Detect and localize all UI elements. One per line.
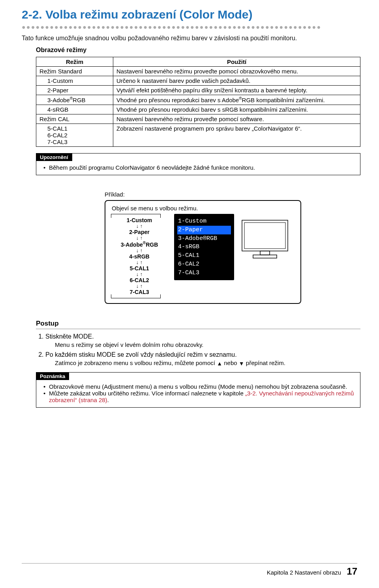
warning-item: Během použití programu ColorNavigator 6 … <box>49 164 355 171</box>
desc-cell: Vhodné pro přesnou reprodukci barev s Ad… <box>113 95 360 105</box>
footer-page-number: 17 <box>347 566 357 577</box>
mode-cell: 4-sRGB <box>36 105 113 114</box>
flow-bracket-bottom <box>111 294 161 298</box>
desc-cell: Vytváří efekt potištěného papíru díky sn… <box>113 86 360 95</box>
flow-item: 1-Custom <box>112 217 167 223</box>
flow-arrows-icon: ↓ ↑ <box>112 260 167 265</box>
note-text: Můžete zakázat volbu určitého režimu. Ví… <box>49 390 245 397</box>
osd-item: 1-Custom <box>178 217 230 226</box>
note-label: Poznámka <box>36 373 69 380</box>
postup-list: Stiskněte MODE. Menu s režimy se objeví … <box>45 333 357 367</box>
desc-cell: Vhodné pro přesnou reprodukci barev s sR… <box>113 105 360 114</box>
flow-arrows-icon: ↓ ↑ <box>112 248 167 253</box>
postup-step-2-sub: Zatímco je zobrazeno menu s volbou režim… <box>55 360 357 367</box>
th-mode: Režim <box>36 57 113 67</box>
mode-table: Režim Použití Režim StandardNastavení ba… <box>36 57 360 147</box>
table-head-row: Režim Použití <box>36 57 360 67</box>
section-number: 2-2. <box>22 8 42 21</box>
down-arrow-icon: ▼ <box>239 360 244 367</box>
table-row: 3-Adobe®RGBVhodné pro přesnou reprodukci… <box>36 95 360 105</box>
example-label: Příklad: <box>105 191 357 198</box>
note-text: . <box>107 397 109 403</box>
desc-cell: Zobrazení nastavené programem pro správu… <box>113 124 360 147</box>
postup-step-2-sub-a: Zatímco je zobrazeno menu s volbou režim… <box>55 360 217 366</box>
example-box: Objeví se menu s volbou režimu. 1-Custom… <box>105 200 301 304</box>
svg-rect-3 <box>253 255 277 258</box>
monitor-icon <box>241 219 289 260</box>
postup-step-2-text: Po každém stisku MODE se zvolí vždy násl… <box>45 351 237 358</box>
osd-menu: 1-Custom2-Paper3-Adobe®RGB4-sRGB5-CAL16-… <box>174 214 234 280</box>
osd-item: 2-Paper <box>177 226 231 234</box>
monitor-illustration <box>241 214 289 262</box>
mode-flow-column: 1-Custom↓ ↑2-Paper↓ ↑3-Adobe®RGB↓ ↑4-sRG… <box>112 214 167 298</box>
osd-item: 7-CAL3 <box>178 269 230 277</box>
note-item: Můžete zakázat volbu určitého režimu. Ví… <box>49 390 355 403</box>
table-row: 5-CAL16-CAL27-CAL3Zobrazení nastavené pr… <box>36 124 360 147</box>
table-row: Režim CALNastavení barevného režimu prov… <box>36 114 360 124</box>
page-footer: Kapitola 2 Nastavení obrazu 17 <box>267 566 357 577</box>
osd-item: 5-CAL1 <box>178 251 230 260</box>
th-use: Použití <box>113 57 360 67</box>
postup-step-1: Stiskněte MODE. Menu s režimy se objeví … <box>45 333 357 348</box>
flow-arrows-icon: ↓ ↑ <box>112 223 167 229</box>
warning-list: Během použití programu ColorNavigator 6 … <box>42 164 355 171</box>
postup-step-2-sub-b: nebo <box>222 360 239 366</box>
example-caption: Objeví se menu s volbou režimu. <box>112 205 294 212</box>
table-row: 4-sRGBVhodné pro přesnou reprodukci bare… <box>36 105 360 114</box>
warning-label: Upozornění <box>36 154 72 161</box>
table-row: 2-PaperVytváří efekt potištěného papíru … <box>36 86 360 95</box>
desc-cell: Nastavení barevného režimu proveďte pomo… <box>113 67 360 76</box>
flow-arrows-icon: ↓ ↑ <box>112 283 167 289</box>
mode-cell: 1-Custom <box>36 76 113 86</box>
section-intro: Tato funkce umožňuje snadnou volbu požad… <box>22 35 357 42</box>
warning-block: Upozornění Během použití programu ColorN… <box>36 153 360 175</box>
footer-chapter: Kapitola 2 Nastavení obrazu <box>267 569 341 576</box>
osd-item: 4-sRGB <box>178 243 230 251</box>
flow-item: 5-CAL1 <box>112 265 167 272</box>
svg-rect-0 <box>242 220 288 251</box>
footer-rule <box>22 563 357 564</box>
postup-step-2: Po každém stisku MODE se zvolí vždy násl… <box>45 351 357 367</box>
postup-step-2-sub-c: přepínat režim. <box>244 360 285 366</box>
mode-cell: 3-Adobe®RGB <box>36 95 113 105</box>
flow-item: 2-Paper <box>112 229 167 235</box>
mode-cell: Režim CAL <box>36 114 113 124</box>
osd-item: 3-Adobe®RGB <box>178 234 230 243</box>
postup-heading: Postup <box>36 320 360 329</box>
up-arrow-icon: ▲ <box>217 360 222 367</box>
section-title: 2-2. Volba režimu zobrazení (Color Mode) <box>22 8 357 21</box>
flow-arrows-icon: ↓ ↑ <box>112 235 167 241</box>
flow-item: 3-Adobe®RGB <box>112 241 167 248</box>
mode-cell: 2-Paper <box>36 86 113 95</box>
flow-arrows-icon: ↓ ↑ <box>112 272 167 277</box>
section-title-text: Volba režimu zobrazení (Color Mode) <box>45 8 252 21</box>
osd-item: 6-CAL2 <box>178 260 230 269</box>
mode-cell: 5-CAL16-CAL27-CAL3 <box>36 124 113 147</box>
svg-rect-2 <box>260 251 270 255</box>
subhead-obrazove-rezimy: Obrazové režimy <box>36 47 357 54</box>
decorative-dots-rule: ●●●●●●●●●●●●●●●●●●●●●●●●●●●●●●●●●●●●●●●●… <box>22 24 357 31</box>
note-block: Poznámka Obrazovkové menu (Adjustment me… <box>36 372 360 408</box>
example-section: Příklad: Objeví se menu s volbou režimu.… <box>105 191 357 304</box>
note-list: Obrazovkové menu (Adjustment menu) a men… <box>42 383 355 403</box>
desc-cell: Určeno k nastavení barev podle vašich po… <box>113 76 360 86</box>
flow-item: 4-sRGB <box>112 253 167 260</box>
mode-cell: Režim Standard <box>36 67 113 76</box>
flow-bracket-top <box>111 214 161 218</box>
desc-cell: Nastavení barevného režimu proveďte pomo… <box>113 114 360 124</box>
svg-rect-1 <box>244 223 285 249</box>
postup-step-1-sub: Menu s režimy se objeví v levém dolním r… <box>55 341 357 348</box>
note-item: Obrazovkové menu (Adjustment menu) a men… <box>49 383 355 390</box>
flow-item: 6-CAL2 <box>112 277 167 283</box>
postup-step-1-text: Stiskněte MODE. <box>45 333 94 340</box>
table-row: Režim StandardNastavení barevného režimu… <box>36 67 360 76</box>
table-row: 1-CustomUrčeno k nastavení barev podle v… <box>36 76 360 86</box>
